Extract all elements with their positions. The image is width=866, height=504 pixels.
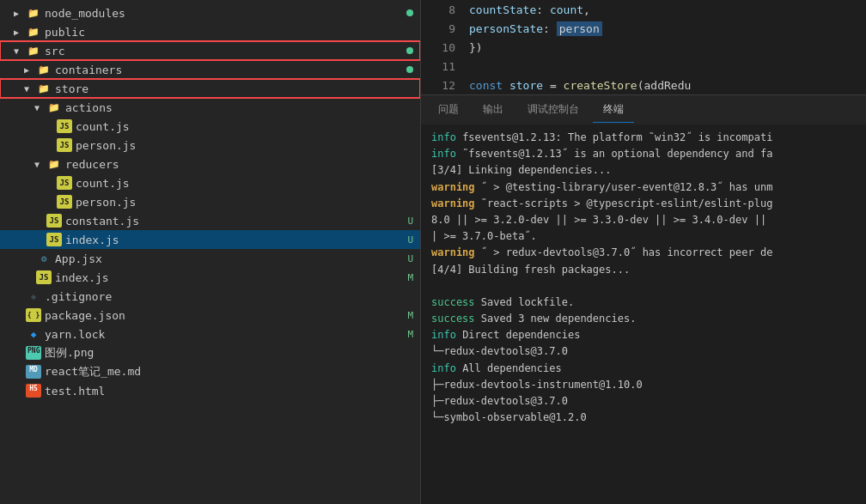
- term-line: success Saved lockfile.: [431, 295, 856, 311]
- line-number: 8: [428, 3, 455, 16]
- folder-icon: 📁: [26, 25, 41, 39]
- file-label: actions: [65, 101, 113, 114]
- code-content: const store = createStore(addRedu: [469, 79, 691, 92]
- file-label: test.html: [45, 385, 105, 398]
- file-label: person.js: [76, 196, 136, 209]
- file-label: 图例.png: [45, 345, 94, 361]
- folder-icon: 📁: [46, 100, 62, 114]
- js-icon: JS: [57, 195, 72, 209]
- sidebar-item-constant[interactable]: JS constant.js U: [0, 211, 420, 230]
- tab-label: 输出: [483, 103, 503, 115]
- sidebar-item-yarn-lock[interactable]: ◆ yarn.lock M: [0, 325, 420, 343]
- line-number: 12: [428, 79, 455, 92]
- term-line: | >= 3.7.0-beta˝.: [431, 228, 856, 245]
- file-label: public: [45, 26, 85, 39]
- file-badge: M: [407, 329, 413, 340]
- file-badge: M: [407, 272, 413, 283]
- modified-dot: [406, 47, 413, 54]
- sidebar-item-app-jsx[interactable]: ⚙ App.jsx U: [0, 249, 420, 268]
- tab-problems[interactable]: 问题: [428, 97, 469, 123]
- term-line: 8.0 || >= 3.2.0-dev || >= 3.3.0-dev || >…: [431, 212, 856, 228]
- sidebar-item-containers[interactable]: ▶ 📁 containers: [0, 60, 420, 79]
- term-line: ├─redux-devtools-instrument@1.10.0: [431, 377, 856, 393]
- png-icon: PNG: [26, 346, 41, 360]
- file-label: App.jsx: [55, 252, 102, 265]
- term-line: warning ˝ > @testing-library/user-event@…: [431, 179, 856, 196]
- file-label: reducers: [65, 158, 119, 171]
- file-badge: U: [407, 234, 413, 246]
- sidebar-item-count-reducers[interactable]: JS count.js: [0, 173, 420, 192]
- file-label: person.js: [76, 139, 136, 152]
- sidebar-item-test-html[interactable]: H5 test.html: [0, 381, 420, 400]
- term-keyword: success: [431, 296, 475, 308]
- term-keyword: warning: [431, 181, 475, 193]
- term-line: warning ˜react-scripts > @typescript-esl…: [431, 196, 856, 212]
- term-keyword: success: [431, 313, 475, 325]
- sidebar-item-index-store[interactable]: JS index.js U ←: [0, 230, 420, 249]
- folder-icon: 📁: [46, 157, 62, 171]
- sidebar-item-png[interactable]: PNG 图例.png: [0, 343, 420, 362]
- file-label: src: [45, 45, 64, 58]
- git-icon: ◈: [26, 289, 41, 303]
- folder-icon: 📁: [36, 82, 52, 95]
- file-tree: ▶ 📁 node_modules ▶ 📁 public ▼ 📁 src ← ▶ …: [0, 0, 420, 504]
- js-icon: JS: [57, 176, 72, 190]
- term-line: success Saved 3 new dependencies.: [431, 311, 856, 327]
- js-icon: JS: [46, 214, 62, 228]
- tree-arrow: ▶: [14, 9, 24, 18]
- file-label: count.js: [76, 120, 130, 133]
- file-label: yarn.lock: [45, 328, 105, 341]
- code-line-9: 9 personState: person: [421, 19, 866, 38]
- tab-output[interactable]: 输出: [473, 97, 514, 123]
- folder-icon: 📁: [36, 63, 52, 76]
- tree-arrow: ▼: [14, 46, 24, 56]
- tree-arrow: ▼: [34, 103, 45, 112]
- code-editor: 8 countState: count, 9 personState: pers…: [421, 0, 866, 94]
- file-label: node_modules: [45, 7, 125, 20]
- sidebar-item-src[interactable]: ▼ 📁 src ←: [0, 41, 420, 60]
- sidebar-item-public[interactable]: ▶ 📁 public: [0, 22, 420, 41]
- sidebar-item-count-actions[interactable]: JS count.js: [0, 117, 420, 136]
- sidebar-item-actions[interactable]: ▼ 📁 actions: [0, 98, 420, 117]
- term-keyword: info: [431, 148, 456, 160]
- modified-dot: [406, 9, 413, 16]
- term-keyword: warning: [431, 246, 475, 258]
- code-content: personState: person: [469, 22, 602, 35]
- sidebar-item-person-actions[interactable]: JS person.js: [0, 136, 420, 155]
- tree-arrow: ▼: [34, 160, 45, 169]
- sidebar-item-person-reducers[interactable]: JS person.js ←: [0, 192, 420, 211]
- sidebar-item-index-js[interactable]: JS index.js M: [0, 268, 420, 287]
- md-icon: MD: [26, 365, 41, 379]
- term-line: └─symbol-observable@1.2.0: [431, 410, 856, 426]
- sidebar-item-store[interactable]: ▼ 📁 store ←: [0, 79, 420, 98]
- tab-label: 问题: [438, 103, 459, 115]
- term-line: info ˜fsevents@1.2.13˝ is an optional de…: [431, 146, 856, 162]
- line-number: 11: [428, 60, 455, 73]
- js-icon: JS: [46, 233, 62, 246]
- terminal-tab-bar: 问题 输出 调试控制台 终端: [421, 94, 866, 124]
- tab-debug[interactable]: 调试控制台: [517, 97, 589, 123]
- sidebar-item-reducers[interactable]: ▼ 📁 reducers: [0, 155, 420, 173]
- term-line: ├─redux-devtools@3.7.0: [431, 393, 856, 410]
- tab-terminal[interactable]: 终端: [593, 97, 634, 123]
- sidebar-item-node-modules[interactable]: ▶ 📁 node_modules: [0, 3, 420, 22]
- code-line-8: 8 countState: count,: [421, 0, 866, 19]
- file-label: constant.js: [65, 215, 139, 228]
- term-line: [431, 278, 856, 295]
- line-number: 10: [428, 41, 455, 54]
- modified-dot: [406, 66, 413, 73]
- terminal-output[interactable]: info fsevents@1.2.13: The platform ˜win3…: [421, 124, 866, 504]
- code-line-10: 10 }): [421, 38, 866, 57]
- term-line: info fsevents@1.2.13: The platform ˜win3…: [431, 130, 856, 146]
- sidebar-item-package-json[interactable]: { } package.json M: [0, 306, 420, 325]
- tab-label: 终端: [603, 103, 624, 115]
- js-icon: JS: [36, 270, 52, 284]
- term-line: info Direct dependencies: [431, 327, 856, 343]
- file-badge: M: [407, 310, 413, 321]
- sidebar-item-md[interactable]: MD react笔记_me.md: [0, 362, 420, 381]
- file-label: index.js: [55, 271, 109, 284]
- json-icon: { }: [26, 308, 41, 322]
- sidebar-item-gitignore[interactable]: ◈ .gitignore: [0, 287, 420, 306]
- tree-arrow: ▼: [24, 84, 34, 94]
- file-label: count.js: [76, 177, 130, 190]
